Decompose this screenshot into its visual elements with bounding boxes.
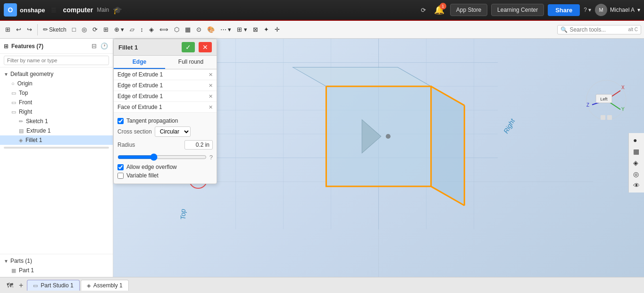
filter-input[interactable] [4, 56, 109, 65]
help-btn[interactable]: ? ▾ [584, 7, 591, 13]
edge-remove-3-btn[interactable]: ✕ [209, 104, 213, 110]
map-icon-btn[interactable]: 🗺 [4, 280, 16, 291]
measure-btn[interactable]: ⊙ [194, 25, 204, 34]
edge-item-0[interactable]: Edge of Extrude 1 ✕ [114, 69, 217, 80]
edge-item-2[interactable]: Edge of Extrude 1 ✕ [114, 91, 217, 102]
fillet-slider[interactable] [117, 153, 207, 161]
sketch-label: Sketch [49, 26, 67, 33]
tree-item-fillet1[interactable]: ◈ Fillet 1 [0, 135, 113, 145]
panel-layout-btn[interactable]: ⊟ [91, 42, 98, 50]
display-btn[interactable]: ⊠ [251, 25, 260, 34]
user-area[interactable]: M Michael A ▾ [595, 4, 640, 16]
tab-part-studio[interactable]: ▭ Part Studio 1 [27, 280, 79, 291]
part-icon: ▦ [11, 268, 16, 274]
user-avatar: M [595, 4, 607, 16]
mirror-btn[interactable]: ⟺ [157, 25, 171, 34]
new-btn[interactable]: □ [70, 25, 78, 34]
tree-item-top[interactable]: ▭ Top [0, 88, 113, 98]
svg-text:Top: Top [179, 209, 187, 220]
edge-remove-0-btn[interactable]: ✕ [209, 72, 213, 78]
redo-btn[interactable]: ↪ [25, 25, 34, 34]
fillet-ok-btn[interactable]: ✓ [182, 42, 195, 52]
tree-item-sketch1[interactable]: ✏ Sketch 1 [0, 117, 113, 126]
app-store-btn[interactable]: App Store [450, 4, 487, 16]
fillet-title: Fillet 1 [118, 44, 178, 51]
fillet-cancel-btn[interactable]: ✕ [199, 42, 212, 52]
variable-fillet-checkbox[interactable] [117, 173, 124, 179]
more-btn[interactable]: ⋯ ▾ [218, 25, 234, 34]
tab-assembly[interactable]: ◈ Assembly 1 [81, 280, 129, 291]
timeline-slider[interactable] [4, 147, 109, 149]
allow-edge-overflow-checkbox[interactable] [117, 164, 124, 170]
assembly-tab-label: Assembly 1 [93, 282, 123, 289]
boolean-btn[interactable]: ⊕ ▾ [112, 25, 127, 34]
section-btn[interactable]: ▦ [183, 25, 193, 34]
sketch-icon: ✏ [43, 26, 48, 33]
fillet-tab-full-round[interactable]: Full round [165, 56, 217, 69]
surface-btn[interactable]: ◎ [79, 25, 89, 34]
toolbar-options-btn[interactable]: ⊞ [3, 25, 13, 34]
pattern-btn[interactable]: ⊞ [101, 25, 111, 34]
learning-center-btn[interactable]: Learning Center [491, 4, 544, 16]
search-tools-input[interactable] [569, 26, 626, 33]
parts-title: Parts (1) [10, 258, 32, 264]
doc-name-label: computer [63, 6, 93, 14]
render-btn[interactable]: ✦ [261, 25, 271, 34]
default-geometry-header[interactable]: ▼ Default geometry [0, 69, 113, 79]
edge-remove-1-btn[interactable]: ✕ [209, 83, 213, 89]
appearance-btn[interactable]: 🎨 [205, 25, 217, 34]
svg-text:Y: Y [621, 107, 625, 112]
front-plane-icon: ▭ [11, 100, 16, 106]
tree-item-extrude1[interactable]: ▤ Extrude 1 [0, 126, 113, 135]
fillet-tab-edge[interactable]: Edge [114, 56, 165, 69]
fillet-help-btn[interactable]: ? [209, 154, 213, 161]
sync-icon-btn[interactable]: ⟳ [418, 5, 428, 15]
plane-btn[interactable]: ▱ [127, 25, 137, 34]
radius-input[interactable] [184, 140, 213, 150]
tree-item-origin[interactable]: ○ Origin [0, 79, 113, 88]
view-style-btn[interactable]: ● [631, 135, 642, 145]
move-btn[interactable]: ✛ [272, 25, 282, 34]
logo-area: O onshape [4, 3, 45, 17]
axis-btn[interactable]: ↕ [138, 25, 146, 34]
user-name-label: Michael A [610, 7, 635, 13]
isolate-btn[interactable]: ◎ [631, 169, 642, 179]
edge-item-3[interactable]: Face of Extrude 1 ✕ [114, 102, 217, 113]
undo-btn[interactable]: ↩ [14, 25, 24, 34]
share-btn[interactable]: Share [548, 4, 580, 16]
user-dropdown-icon: ▾ [637, 7, 640, 13]
panel-title: Features (7) [11, 43, 43, 50]
onshape-logo: O [4, 3, 17, 17]
variable-fillet-label: Variable fillet [126, 172, 159, 179]
cross-section-row: Cross section Circular [117, 125, 213, 138]
hide-btn[interactable]: 👁 [631, 180, 642, 191]
edge-label-0: Edge of Extrude 1 [117, 71, 209, 78]
panel-clock-btn[interactable]: 🕐 [100, 42, 109, 50]
tangent-propagation-checkbox[interactable] [117, 118, 124, 124]
cross-section-select[interactable]: Circular [155, 126, 191, 137]
transform-btn[interactable]: ⟳ [90, 25, 100, 34]
svg-text:X: X [621, 85, 625, 90]
render-mode-btn[interactable]: ◈ [631, 158, 642, 168]
bottombar: 🗺 + ▭ Part Studio 1 ◈ Assembly 1 [0, 277, 644, 293]
tree-item-part1[interactable]: ▦ Part 1 [0, 266, 113, 275]
search-tools-icon: 🔍 [560, 26, 568, 33]
view-tools-btn[interactable]: ⊞ ▾ [234, 25, 250, 34]
parts-section-header[interactable]: ▼ Parts (1) [0, 256, 113, 266]
sketch-btn[interactable]: ✏ Sketch [41, 25, 69, 34]
main-area: ⊞ Features (7) ⊟ 🕐 ▼ Default geometry ○ … [0, 39, 644, 277]
tree-item-right[interactable]: ▭ Right [0, 107, 113, 117]
edge-item-1[interactable]: Edge of Extrude 1 ✕ [114, 80, 217, 91]
edge-remove-2-btn[interactable]: ✕ [209, 93, 213, 100]
mate-btn[interactable]: ◈ [147, 25, 156, 34]
part-studio-tab-label: Part Studio 1 [41, 282, 73, 289]
import-btn[interactable]: ⬡ [172, 25, 182, 34]
extrude-feature-icon: ▤ [19, 128, 24, 134]
notification-bell-btn[interactable]: 🔔 1 [432, 3, 446, 17]
view-gizmo[interactable]: X Y Z Left [583, 76, 630, 124]
hamburger-menu[interactable]: ☰ [49, 5, 59, 15]
svg-rect-33 [607, 115, 612, 120]
add-tab-btn[interactable]: + [16, 279, 26, 292]
section-view-btn[interactable]: ▦ [631, 146, 642, 157]
tree-item-front[interactable]: ▭ Front [0, 98, 113, 107]
